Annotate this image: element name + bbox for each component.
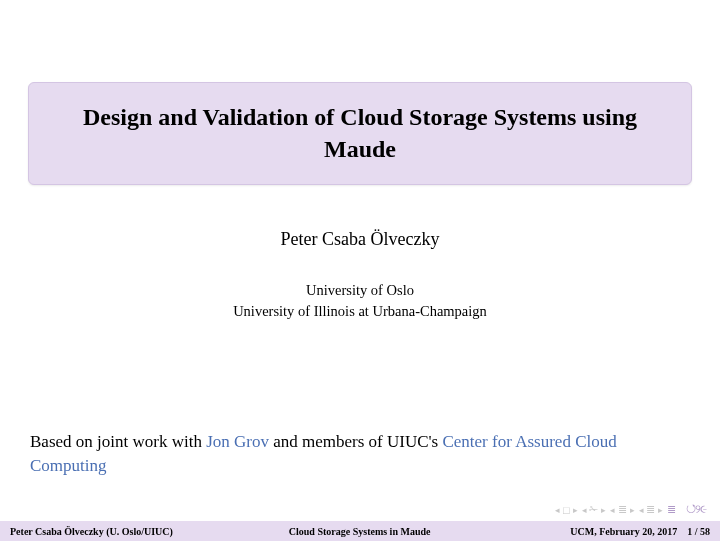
nav-subsection-icon[interactable]: ◂ ≣ ▸ [610,503,635,516]
page-sep: / [692,526,700,537]
slide-title: Design and Validation of Cloud Storage S… [49,101,671,166]
author-name: Peter Csaba Ölveczky [0,229,720,250]
footer-bar: Peter Csaba Ölveczky (U. Oslo/UIUC) Clou… [0,521,720,541]
nav-section-icon[interactable]: ◂ ≣ ▸ [639,503,664,516]
page-total: 58 [700,526,710,537]
footer-short-title: Cloud Storage Systems in Maude [240,526,480,537]
footer-author: Peter Csaba Ölveczky (U. Oslo/UIUC) [0,526,240,537]
nav-presentation-icon[interactable]: ≣ [667,503,676,516]
affiliation-line-1: University of Oslo [0,280,720,301]
nav-slide-icon[interactable]: ◂ □ ▸ [555,504,577,516]
footer-date: UCM, February 20, 2017 [570,526,677,537]
credit-line: Based on joint work with Jon Grov and me… [30,430,690,479]
affiliation-block: University of Oslo University of Illinoi… [0,280,720,322]
affiliation-line-2: University of Illinois at Urbana-Champai… [0,301,720,322]
footer-right: UCM, February 20, 2017 1 / 58 [480,526,720,537]
nav-frame-icon[interactable]: ◂ ✁ ▸ [582,503,607,516]
beamer-nav-symbols: ◂ □ ▸ ◂ ✁ ▸ ◂ ≣ ▸ ◂ ≣ ▸ ≣ ↺୨૯ [555,502,706,517]
title-box: Design and Validation of Cloud Storage S… [28,82,692,185]
nav-back-forward-icon[interactable]: ↺୨૯ [686,502,706,517]
credit-prefix: Based on joint work with [30,432,206,451]
credit-mid: and members of UIUC's [269,432,443,451]
credit-link-jon-grov[interactable]: Jon Grov [206,432,269,451]
